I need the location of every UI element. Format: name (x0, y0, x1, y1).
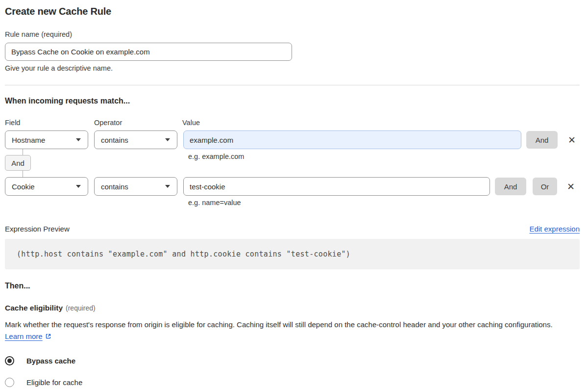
value-input[interactable] (183, 130, 521, 149)
radio-label: Eligible for cache (26, 378, 82, 387)
field-column-label: Field (5, 119, 94, 127)
connector-line (23, 149, 23, 155)
then-heading: Then... (5, 282, 580, 290)
external-link-icon (45, 332, 52, 343)
radio-option-eligible-for-cache[interactable]: Eligible for cache (5, 378, 580, 387)
close-icon[interactable]: ✕ (567, 182, 575, 191)
rule-name-label: Rule name (required) (5, 30, 580, 38)
cache-eligibility-title: Cache eligibility (5, 304, 63, 312)
match-column-labels: Field Operator Value (5, 119, 580, 127)
match-row: Hostname contains And ✕ (5, 130, 580, 149)
connector-line (23, 171, 23, 177)
operator-select-value: contains (101, 182, 128, 191)
field-select-value: Cookie (12, 182, 35, 191)
radio-label: Bypass cache (26, 357, 75, 365)
operator-select-value: contains (101, 136, 128, 144)
value-input[interactable] (183, 177, 490, 196)
field-select[interactable]: Hostname (5, 130, 88, 149)
value-example-help: e.g. example.com (188, 153, 244, 160)
operator-select[interactable]: contains (94, 177, 177, 196)
chevron-down-icon (76, 185, 81, 188)
match-heading: When incoming requests match... (5, 97, 580, 105)
expression-preview-label: Expression Preview (5, 225, 70, 233)
expression-code: (http.host contains "example.com" and ht… (17, 250, 350, 259)
value-example-help: e.g. name=value (188, 199, 580, 207)
field-select[interactable]: Cookie (5, 177, 88, 196)
match-row: Cookie contains And Or ✕ (5, 177, 580, 196)
expression-header: Expression Preview Edit expression (5, 225, 580, 233)
add-and-button[interactable]: And (495, 178, 526, 195)
required-note: (required) (66, 304, 96, 312)
add-and-button[interactable]: And (526, 131, 558, 149)
cache-rule-form: Create new Cache Rule Rule name (require… (0, 0, 588, 387)
page-title: Create new Cache Rule (5, 6, 580, 17)
cache-eligibility-description: Mark whether the request's response from… (5, 319, 573, 343)
radio-option-bypass-cache[interactable]: Bypass cache (5, 356, 580, 365)
learn-more-link[interactable]: Learn more (5, 332, 43, 340)
cache-eligibility-heading: Cache eligibility(required) (5, 304, 580, 312)
edit-expression-link[interactable]: Edit expression (529, 225, 580, 233)
field-select-value: Hostname (12, 136, 45, 144)
description-text: Mark whether the request's response from… (5, 320, 553, 329)
value-column-label: Value (182, 119, 580, 127)
chevron-down-icon (76, 138, 81, 141)
connector-zone: And e.g. example.com (5, 149, 580, 177)
rule-name-help: Give your rule a descriptive name. (5, 64, 580, 72)
connector-column: And (5, 149, 31, 177)
rule-name-input[interactable] (5, 43, 292, 61)
expression-code-block: (http.host contains "example.com" and ht… (5, 239, 580, 269)
operator-select[interactable]: contains (94, 130, 177, 149)
chevron-down-icon (165, 185, 170, 188)
radio-unselected-icon (5, 378, 14, 387)
connector-and-button[interactable]: And (5, 155, 31, 171)
chevron-down-icon (165, 138, 170, 141)
radio-selected-icon (5, 356, 14, 365)
section-divider (5, 85, 580, 85)
close-icon[interactable]: ✕ (568, 135, 576, 145)
operator-column-label: Operator (94, 119, 182, 127)
add-or-button[interactable]: Or (533, 178, 557, 195)
